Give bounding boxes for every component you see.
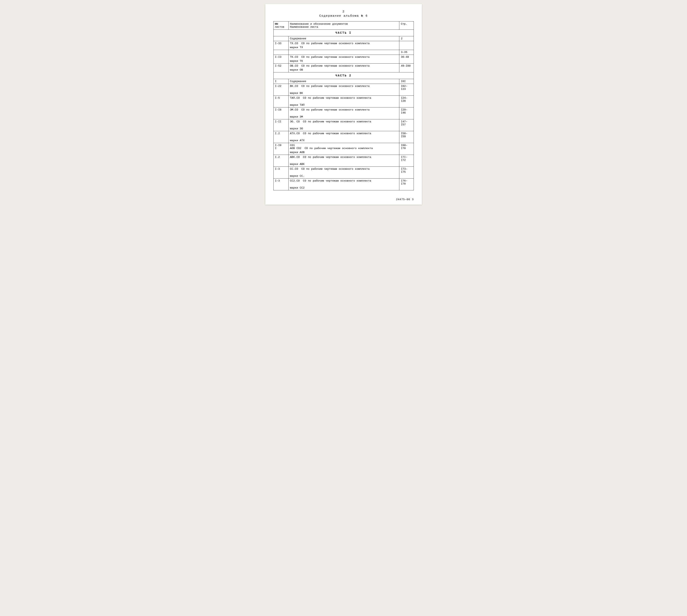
- row-page: 36–48: [399, 55, 414, 60]
- row-sub-page: [399, 59, 414, 64]
- section-header-cell: ЧАСТЬ I: [273, 30, 414, 36]
- table-row-sub: марки ВК: [273, 91, 414, 96]
- row-sub-name: марки ЭО: [288, 127, 399, 131]
- table-row: I.2АВК.СО СО по рабочим чертежам основно…: [273, 155, 414, 163]
- row-page: I02–I23: [399, 84, 414, 92]
- table-row-sub: марки СС2: [273, 186, 414, 190]
- row-name: ТХ.СО СО по рабочим чертежам основного к…: [288, 41, 399, 46]
- document-page: 2 Содержание альбома № 6 №№листов Наимен…: [265, 4, 422, 204]
- row-num: [273, 50, 288, 55]
- row-sub-num: [273, 139, 288, 143]
- table-row-sub: марки ОВ: [273, 68, 414, 72]
- row-page: I58–I59: [399, 131, 414, 139]
- row-sub-name: марки ТХ: [288, 46, 399, 50]
- row-sub-page: [399, 127, 414, 131]
- row-sub-page: [399, 186, 414, 190]
- row-num: I–3: [273, 178, 288, 186]
- row-sub-page: [399, 151, 414, 155]
- main-table: №№листов Наименование и обозначение доку…: [273, 21, 414, 190]
- row-page: I29–I46: [399, 108, 414, 115]
- row-sub-page: [399, 115, 414, 119]
- row-page: I76–I78: [399, 178, 414, 186]
- row-sub-num: [273, 68, 288, 72]
- row-name: Содержание: [288, 36, 399, 41]
- page-footer: 24475–06 3: [396, 198, 414, 201]
- row-sub-name: марки ВК: [288, 91, 399, 96]
- section-header-row: ЧАСТЬ 2: [273, 72, 414, 79]
- row-name: ТАП.СО СО по рабочим чертежам основного …: [288, 96, 399, 104]
- row-num: I–5: [273, 96, 288, 104]
- row-page: I24–I28: [399, 96, 414, 104]
- row-sub-num: [273, 46, 288, 50]
- table-row-sub: марки ТК: [273, 59, 414, 64]
- row-sub-num: [273, 162, 288, 167]
- col-num-header: №№листов: [273, 21, 288, 30]
- row-sub-num: [273, 59, 288, 64]
- row-name: Содержание: [288, 79, 399, 84]
- page-number-top: 2: [273, 10, 414, 14]
- table-row: I–I0 IСО1 АОВ СО2 СО по рабочим чертежам…: [273, 143, 414, 151]
- table-row: I.2АТХ.СО СО по рабочим чертежам основно…: [273, 131, 414, 139]
- row-sub-page: [399, 174, 414, 178]
- row-sub-num: [273, 115, 288, 119]
- col-name-header: Наименование и обозначение документовНаи…: [288, 21, 399, 30]
- row-name: СС2.СО СО по рабочим чертежам основного …: [288, 178, 399, 186]
- section-header-cell: ЧАСТЬ 2: [273, 72, 414, 79]
- row-name: ЭО. СО СО по рабочим чертежам основного …: [288, 119, 399, 127]
- table-row-sub: марки АОВ: [273, 151, 414, 155]
- row-name: ВК.СО СО по рабочим чертежам основного к…: [288, 84, 399, 92]
- table-row: IСодержаниеI0I: [273, 79, 414, 84]
- row-sub-num: [273, 103, 288, 108]
- row-sub-name: марки АТХ: [288, 139, 399, 143]
- row-name: [288, 50, 399, 55]
- row-page: I7I–I72: [399, 155, 414, 163]
- row-page: 3–35: [399, 50, 414, 55]
- row-num: I.2: [273, 155, 288, 163]
- row-num: I–II: [273, 119, 288, 127]
- row-name: ЭМ.СО СО по рабочим чертежам основного к…: [288, 108, 399, 115]
- row-sub-name: марки ОВ: [288, 68, 399, 72]
- table-row: I–I3ТК.СО СО по рабочим чертежам основно…: [273, 55, 414, 60]
- row-num: I–I8: [273, 108, 288, 115]
- row-num: I.2: [273, 131, 288, 139]
- row-name: АВК.СО СО по рабочим чертежам основного …: [288, 155, 399, 163]
- row-sub-num: [273, 174, 288, 178]
- page-title: Содержание альбома № 6: [273, 14, 414, 18]
- row-num: I–3: [273, 167, 288, 175]
- row-sub-num: [273, 186, 288, 190]
- table-row-sub: марки ЭМ: [273, 115, 414, 119]
- row-name: ОВ.СО СО по рабочим чертежам основного к…: [288, 64, 399, 68]
- row-sub-page: [399, 46, 414, 50]
- table-row: I–3СС2.СО СО по рабочим чертежам основно…: [273, 178, 414, 186]
- row-sub-num: [273, 151, 288, 155]
- row-sub-num: [273, 127, 288, 131]
- table-row-sub: марки ТХ: [273, 46, 414, 50]
- row-sub-name: марки ЭМ: [288, 115, 399, 119]
- row-sub-page: [399, 139, 414, 143]
- row-num: I: [273, 79, 288, 84]
- row-sub-num: [273, 91, 288, 96]
- table-row: 3–35: [273, 50, 414, 55]
- table-row: I–I8ЭМ.СО СО по рабочим чертежам основно…: [273, 108, 414, 115]
- row-page: 2: [399, 36, 414, 41]
- row-sub-page: [399, 68, 414, 72]
- row-sub-page: [399, 103, 414, 108]
- row-num: I–I0 I: [273, 143, 288, 151]
- row-name: АТХ.СО СО по рабочим чертежам основного …: [288, 131, 399, 139]
- table-row: I–33ТХ.СО СО по рабочим чертежам основно…: [273, 41, 414, 46]
- row-page: 49–I00: [399, 64, 414, 68]
- row-name: СО1 АОВ СО2 СО по рабочим чертежам основ…: [288, 143, 399, 151]
- table-row: I–IIЭО. СО СО по рабочим чертежам основн…: [273, 119, 414, 127]
- row-sub-name: марки ТК: [288, 59, 399, 64]
- row-page: I73–I75: [399, 167, 414, 175]
- col-page-header: Стр.: [399, 21, 414, 30]
- table-row-sub: марки АТХ: [273, 139, 414, 143]
- row-num: I–33: [273, 41, 288, 46]
- table-row: I–52ОВ.СО СО по рабочим чертежам основно…: [273, 64, 414, 68]
- row-page: I47–I57: [399, 119, 414, 127]
- table-row-sub: марки ТАП: [273, 103, 414, 108]
- row-sub-name: марки СС.: [288, 174, 399, 178]
- table-row-sub: марки СС.: [273, 174, 414, 178]
- table-row: I–22ВК.СО СО по рабочим чертежам основно…: [273, 84, 414, 92]
- row-sub-page: [399, 162, 414, 167]
